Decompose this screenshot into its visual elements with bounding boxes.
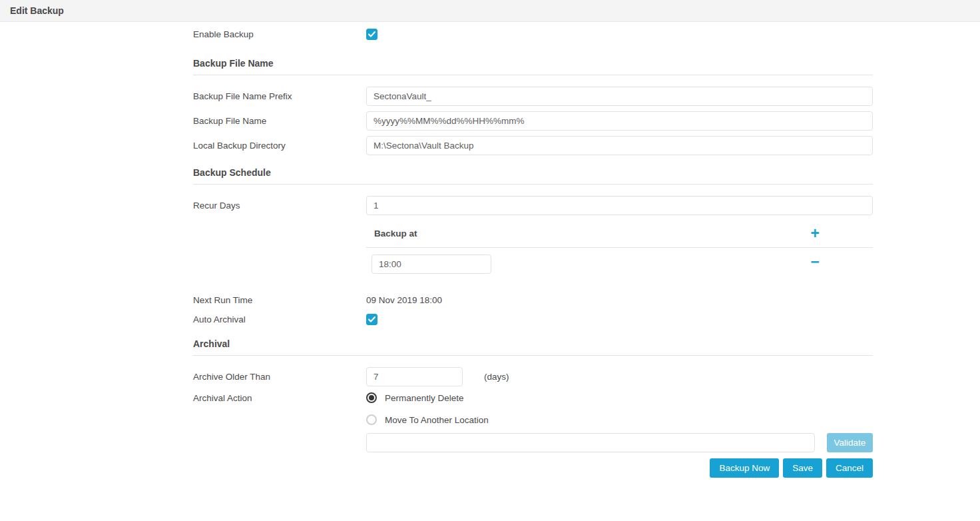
local-backup-directory-label: Local Backup Directory <box>193 141 366 151</box>
archive-older-than-input[interactable] <box>366 367 463 386</box>
auto-archival-label: Auto Archival <box>193 314 366 324</box>
enable-backup-row: Enable Backup <box>193 29 873 40</box>
checkmark-icon <box>368 316 375 322</box>
days-suffix-label: (days) <box>484 372 509 382</box>
radio-permanently-delete[interactable]: Permanently Delete <box>366 392 489 403</box>
backup-now-button[interactable]: Backup Now <box>710 458 779 478</box>
page-title: Edit Backup <box>10 5 64 16</box>
add-time-icon[interactable]: + <box>811 227 820 239</box>
radio-move-to-another-location[interactable]: Move To Another Location <box>366 414 489 425</box>
section-backup-schedule: Backup Schedule <box>193 167 873 185</box>
local-backup-directory-input[interactable] <box>366 136 873 155</box>
backup-at-header: Backup at + <box>366 223 873 248</box>
archival-action-row: Archival Action Permanently Delete Move … <box>193 392 873 425</box>
section-title-archival: Archival <box>193 338 873 349</box>
backup-time-input[interactable] <box>371 255 491 274</box>
validate-row: Validate <box>193 433 873 452</box>
radio-icon <box>366 392 377 403</box>
local-backup-directory-row: Local Backup Directory <box>193 136 873 155</box>
auto-archival-row: Auto Archival <box>193 314 873 325</box>
backup-time-row: − <box>366 255 873 274</box>
next-run-time-row: Next Run Time 09 Nov 2019 18:00 <box>193 295 873 305</box>
save-button[interactable]: Save <box>783 458 822 478</box>
auto-archival-checkbox[interactable] <box>366 314 377 325</box>
archive-older-than-label: Archive Older Than <box>193 372 366 382</box>
validate-button[interactable]: Validate <box>827 433 873 452</box>
edit-backup-form: Enable Backup Backup File Name Backup Fi… <box>193 29 873 478</box>
backup-at-title: Backup at <box>374 229 417 239</box>
radio-permanently-delete-label: Permanently Delete <box>385 393 464 403</box>
section-title-backup-schedule: Backup Schedule <box>193 167 873 178</box>
cancel-button[interactable]: Cancel <box>826 458 873 478</box>
enable-backup-label: Enable Backup <box>193 29 366 39</box>
backup-at-block: Backup at + − <box>366 223 873 274</box>
remove-time-icon[interactable]: − <box>811 256 820 268</box>
next-run-time-value: 09 Nov 2019 18:00 <box>366 295 442 305</box>
recur-days-row: Recur Days <box>193 196 873 215</box>
archive-location-input <box>366 433 815 452</box>
archival-action-label: Archival Action <box>193 392 366 403</box>
section-backup-file-name: Backup File Name <box>193 58 873 75</box>
backup-file-name-row: Backup File Name <box>193 111 873 131</box>
form-actions: Backup Now Save Cancel <box>193 458 873 478</box>
next-run-time-label: Next Run Time <box>193 295 366 305</box>
recur-days-label: Recur Days <box>193 201 366 211</box>
section-divider <box>193 75 873 75</box>
section-archival: Archival <box>193 338 873 356</box>
checkmark-icon <box>368 31 375 37</box>
page-header: Edit Backup <box>0 0 980 22</box>
recur-days-input[interactable] <box>366 196 873 215</box>
enable-backup-checkbox[interactable] <box>366 29 377 40</box>
backup-file-name-prefix-label: Backup File Name Prefix <box>193 91 366 101</box>
backup-file-name-input[interactable] <box>366 111 873 131</box>
section-title-backup-file-name: Backup File Name <box>193 58 873 69</box>
radio-move-to-another-location-label: Move To Another Location <box>385 415 489 425</box>
backup-file-name-prefix-input[interactable] <box>366 87 873 106</box>
backup-file-name-label: Backup File Name <box>193 116 366 126</box>
backup-file-name-prefix-row: Backup File Name Prefix <box>193 87 873 106</box>
archival-action-options: Permanently Delete Move To Another Locat… <box>366 392 489 425</box>
archive-older-than-row: Archive Older Than (days) <box>193 367 873 386</box>
section-divider <box>193 355 873 356</box>
backup-at-block-row: Backup at + − <box>193 223 873 274</box>
radio-icon <box>366 414 377 425</box>
section-divider <box>193 184 873 185</box>
